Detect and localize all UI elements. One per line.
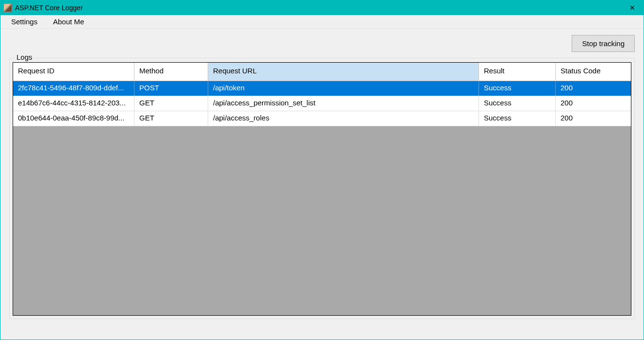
col-request-url[interactable]: Request URL [208,63,479,81]
cell-status_code: 200 [556,81,631,96]
cell-result: Success [479,96,556,111]
col-request-id[interactable]: Request ID [13,63,134,81]
cell-result: Success [479,111,556,126]
col-method[interactable]: Method [134,63,208,81]
cell-request_id: 0b10e644-0eaa-450f-89c8-99d... [13,111,134,126]
col-status-code[interactable]: Status Code [556,63,631,81]
app-icon [3,3,12,12]
cell-method: POST [134,81,208,96]
stop-tracking-button[interactable]: Stop tracking [572,35,635,52]
cell-status_code: 200 [556,111,631,126]
cell-method: GET [134,96,208,111]
cell-request_id: e14b67c6-44cc-4315-8142-203... [13,96,134,111]
app-window: ASP.NET Core Logger ✕ Settings About Me … [0,0,644,340]
cell-request_url: /api/access_permission_set_list [208,96,479,111]
toolbar: Stop tracking [9,29,635,58]
window-title: ASP.NET Core Logger [15,4,83,12]
client-area: Stop tracking Logs Request ID Method Req… [0,29,644,340]
logs-groupbox: Logs Request ID Method Request URL Resul… [9,58,635,319]
close-icon: ✕ [629,4,635,12]
cell-status_code: 200 [556,96,631,111]
table-row[interactable]: 2fc78c41-5496-48f7-809d-ddef...POST/api/… [13,81,631,96]
menu-settings[interactable]: Settings [8,15,40,28]
table-row[interactable]: 0b10e644-0eaa-450f-89c8-99d...GET/api/ac… [13,111,631,126]
menubar: Settings About Me [0,15,644,29]
titlebar[interactable]: ASP.NET Core Logger ✕ [0,0,644,15]
grid-header: Request ID Method Request URL Result Sta… [13,63,631,81]
grid-body: 2fc78c41-5496-48f7-809d-ddef...POST/api/… [13,81,631,126]
close-button[interactable]: ✕ [621,0,644,15]
cell-method: GET [134,111,208,126]
table-row[interactable]: e14b67c6-44cc-4315-8142-203...GET/api/ac… [13,96,631,111]
logs-groupbox-label: Logs [15,53,34,61]
cell-request_url: /api/token [208,81,479,96]
logs-grid[interactable]: Request ID Method Request URL Result Sta… [13,62,631,316]
cell-request_url: /api/access_roles [208,111,479,126]
col-result[interactable]: Result [479,63,556,81]
menu-about[interactable]: About Me [50,15,87,28]
cell-result: Success [479,81,556,96]
cell-request_id: 2fc78c41-5496-48f7-809d-ddef... [13,81,134,96]
